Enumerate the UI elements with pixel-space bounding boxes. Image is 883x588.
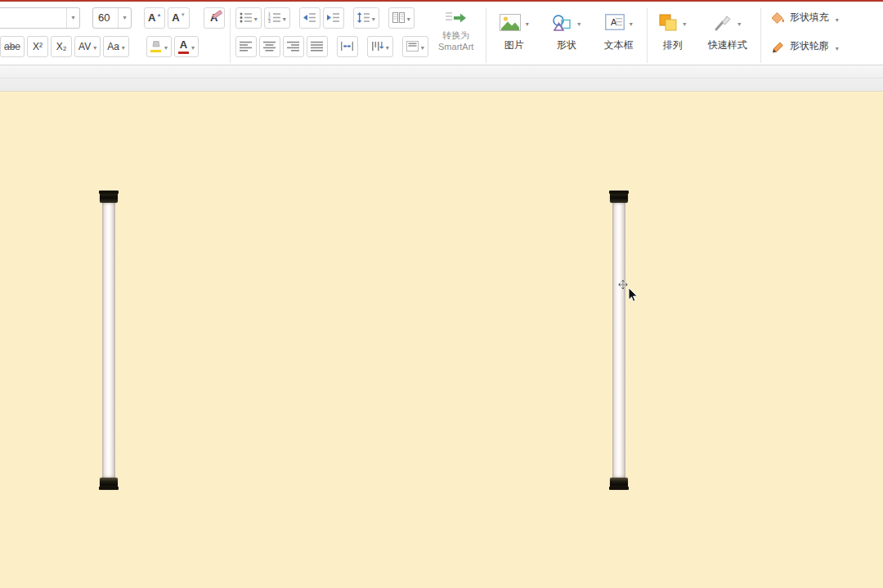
line-spacing-button[interactable]	[353, 7, 379, 29]
shape-outline-icon	[769, 39, 786, 53]
font-size-combo[interactable]: 60	[92, 7, 132, 29]
distribute-text-button[interactable]	[337, 36, 358, 57]
rod-top-cap	[100, 191, 118, 203]
shapes-icon	[552, 14, 572, 31]
chevron-down-icon[interactable]	[118, 8, 131, 28]
shape-outline-button[interactable]: 形状轮廓	[766, 35, 842, 57]
align-right-icon	[287, 41, 299, 52]
strikethrough-label: abe	[4, 41, 20, 52]
font-color-swatch	[178, 52, 189, 54]
group-divider	[647, 8, 648, 63]
grow-font-button[interactable]: A	[144, 7, 165, 29]
chevron-down-icon	[407, 12, 410, 24]
change-case-label: Aa	[107, 41, 119, 52]
numbering-button[interactable]: 123	[264, 7, 290, 29]
chevron-down-icon	[93, 41, 96, 52]
chevron-down-icon	[526, 15, 529, 29]
textbox-label: 文本框	[604, 38, 634, 52]
font-group: 60 A A A abe X² X₂	[0, 7, 225, 57]
shape-fill-button[interactable]: 形状填充	[766, 7, 842, 29]
shrink-font-button[interactable]: A	[168, 7, 189, 29]
arrange-label: 排列	[663, 38, 683, 52]
font-group-row1: 60 A A A	[0, 7, 225, 29]
shape-fill-icon	[769, 11, 786, 25]
strikethrough-button[interactable]: abe	[0, 36, 25, 57]
superscript-label: X²	[33, 41, 43, 52]
highlight-color-button[interactable]	[146, 36, 172, 57]
picture-button[interactable]: 图片	[491, 7, 537, 57]
quick-styles-icon	[714, 14, 733, 31]
svg-text:3: 3	[268, 19, 271, 23]
chevron-down-icon	[386, 41, 389, 52]
highlight-pen-icon	[150, 41, 162, 52]
arrange-group: 排列 快速样式	[652, 7, 755, 57]
quick-styles-button[interactable]: 快速样式	[700, 7, 755, 57]
chevron-down-icon	[421, 41, 424, 52]
decrease-indent-icon	[303, 12, 316, 23]
group-divider	[486, 8, 486, 63]
columns-button[interactable]	[388, 7, 415, 29]
line-spacing-icon	[357, 12, 370, 23]
scroll-rod-left[interactable]	[100, 191, 118, 490]
increase-indent-button[interactable]	[323, 7, 344, 29]
arrange-button[interactable]: 排列	[652, 7, 693, 57]
chevron-down-icon[interactable]	[66, 8, 79, 28]
paragraph-group-row1: 123	[235, 7, 428, 29]
justify-icon	[311, 41, 323, 52]
clear-formatting-button[interactable]: A	[204, 7, 225, 29]
chevron-down-icon	[164, 41, 168, 52]
text-direction-icon	[371, 41, 383, 52]
smartart-icon	[446, 10, 467, 25]
ribbon-toolbar: 60 A A A abe X² X₂	[0, 2, 883, 65]
subscript-button[interactable]: X₂	[51, 36, 72, 57]
chevron-down-icon	[577, 15, 580, 29]
font-name-combo[interactable]	[0, 7, 80, 29]
highlight-color-swatch	[150, 50, 161, 52]
grow-font-icon: A	[148, 12, 161, 23]
align-center-button[interactable]	[259, 36, 280, 57]
change-case-button[interactable]: Aa	[103, 36, 129, 57]
textbox-icon: A	[605, 14, 625, 30]
smartart-label-line2: SmartArt	[438, 41, 473, 52]
justify-button[interactable]	[307, 36, 328, 57]
picture-icon	[500, 14, 521, 31]
shapes-button[interactable]: 形状	[544, 7, 589, 57]
group-divider	[760, 8, 761, 63]
shape-fill-label: 形状填充	[790, 11, 829, 25]
align-text-icon	[406, 41, 419, 52]
font-color-button[interactable]: A	[174, 36, 199, 57]
slide-canvas[interactable]	[0, 92, 883, 588]
document-margin-area	[0, 65, 883, 92]
superscript-button[interactable]: X²	[27, 36, 48, 57]
chevron-down-icon	[683, 15, 686, 29]
align-text-button[interactable]	[402, 36, 428, 57]
character-spacing-button[interactable]: AV	[74, 36, 101, 57]
bullets-button[interactable]	[235, 7, 262, 29]
chevron-down-icon	[836, 39, 839, 54]
font-color-letter: A	[180, 39, 187, 50]
chevron-down-icon	[737, 15, 741, 29]
shrink-font-icon: A	[172, 12, 185, 23]
picture-label: 图片	[504, 38, 524, 52]
columns-icon	[392, 12, 405, 23]
bullets-icon	[240, 12, 252, 23]
font-size-value: 60	[93, 11, 118, 24]
align-right-button[interactable]	[283, 36, 304, 57]
insert-group: 图片 形状 A 文本框	[491, 7, 642, 57]
textbox-button[interactable]: A 文本框	[596, 7, 642, 57]
group-divider	[230, 8, 231, 63]
align-left-button[interactable]	[235, 36, 257, 57]
decrease-indent-button[interactable]	[299, 7, 320, 29]
quick-styles-label: 快速样式	[708, 38, 747, 52]
chevron-down-icon	[630, 15, 633, 29]
align-center-icon	[263, 41, 276, 52]
chevron-down-icon	[122, 41, 125, 52]
numbering-icon: 123	[268, 12, 280, 23]
text-direction-button[interactable]	[367, 36, 393, 57]
character-spacing-label: AV	[78, 41, 91, 52]
convert-to-smartart-button[interactable]: 转换为 SmartArt	[432, 7, 481, 57]
smartart-label-line1: 转换为	[438, 29, 473, 41]
shapes-label: 形状	[557, 38, 576, 52]
scroll-rod-right[interactable]	[610, 191, 628, 490]
font-color-icon: A	[178, 39, 189, 54]
